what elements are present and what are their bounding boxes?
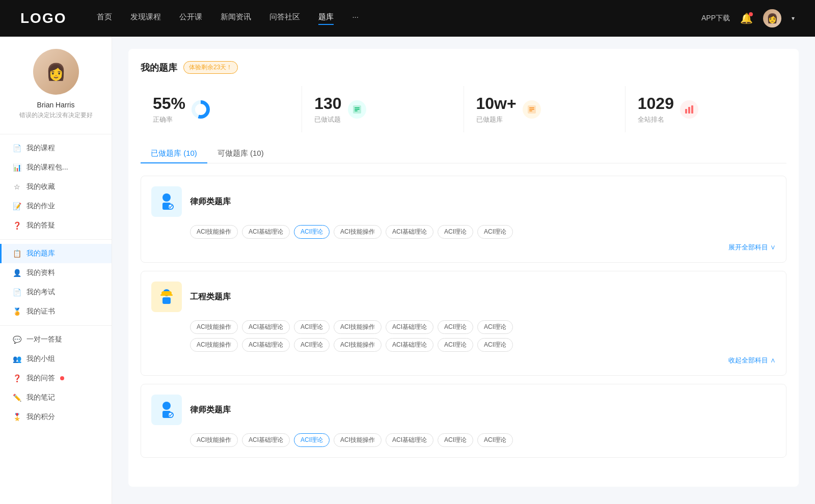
one-on-one-icon: 💬 [12, 335, 21, 344]
sidebar-label-my-exam: 我的考试 [26, 288, 55, 297]
sidebar-item-my-points[interactable]: 🎖️ 我的积分 [0, 407, 112, 427]
bank-tag[interactable]: ACI基础理论 [242, 225, 290, 239]
sidebar-item-my-bank[interactable]: 📋 我的题库 [0, 244, 112, 263]
sidebar-label-my-questions: 我的答疑 [26, 221, 55, 230]
svg-rect-8 [685, 109, 687, 114]
bank-tag[interactable]: ACI基础理论 [242, 433, 290, 447]
bank-title-engineer: 工程类题库 [190, 292, 231, 302]
bank-tag[interactable]: ACI理论 [477, 225, 513, 239]
stat-site-rank-value: 1029 [638, 94, 674, 113]
sidebar-label-one-on-one: 一对一答疑 [26, 335, 62, 344]
bank-tags-engineer-row2: ACI技能操作 ACI基础理论 ACI理论 ACI技能操作 ACI基础理论 AC… [151, 338, 776, 352]
bank-tag[interactable]: ACI技能操作 [190, 338, 238, 352]
bank-expand-engineer[interactable]: 收起全部科目 ∧ [151, 356, 776, 365]
sidebar-label-my-notes: 我的笔记 [26, 393, 55, 402]
sidebar-item-my-profile[interactable]: 👤 我的资料 [0, 263, 112, 283]
bank-tag[interactable]: ACI技能操作 [334, 433, 382, 447]
sidebar-label-my-group: 我的小组 [26, 354, 55, 363]
trial-badge: 体验剩余23天！ [183, 61, 238, 74]
bank-tag[interactable]: ACI技能操作 [334, 320, 382, 334]
nav-links: 首页 发现课程 公开课 新闻资讯 问答社区 题库 ··· [97, 12, 701, 25]
bank-tag[interactable]: ACI技能操作 [334, 225, 382, 239]
sidebar-label-my-answers: 我的问答 [26, 374, 55, 383]
bank-tag[interactable]: ACI基础理论 [242, 338, 290, 352]
sidebar-label-my-bank: 我的题库 [26, 249, 55, 258]
bank-tags-lawyer-1: ACI技能操作 ACI基础理论 ACI理论 ACI技能操作 ACI基础理论 AC… [151, 225, 776, 239]
sidebar-item-my-favorites[interactable]: ☆ 我的收藏 [0, 177, 112, 197]
notification-bell[interactable]: 🔔 [740, 12, 753, 24]
bank-expand-lawyer-1[interactable]: 展开全部科目 ∨ [151, 243, 776, 252]
sidebar-item-my-questions[interactable]: ❓ 我的答疑 [0, 216, 112, 235]
nav-qa[interactable]: 问答社区 [269, 12, 300, 25]
nav-discover[interactable]: 发现课程 [130, 12, 161, 25]
stat-accuracy-text: 55% 正确率 [153, 94, 185, 124]
bank-tag[interactable]: ACI理论 [294, 320, 330, 334]
svg-point-11 [162, 193, 171, 202]
sidebar-divider-3 [0, 325, 112, 326]
bank-tag[interactable]: ACI基础理论 [386, 433, 433, 447]
bank-tag[interactable]: ACI基础理论 [242, 320, 290, 334]
stat-accuracy-value: 55% [153, 94, 185, 113]
nav-bank[interactable]: 题库 [318, 12, 334, 25]
svg-rect-2 [355, 109, 360, 110]
bank-tag[interactable]: ACI理论 [438, 433, 473, 447]
sidebar-item-my-package[interactable]: 📊 我的课程包... [0, 158, 112, 177]
sidebar-item-my-notes[interactable]: ✏️ 我的笔记 [0, 388, 112, 407]
bank-title-lawyer-1: 律师类题库 [190, 197, 231, 207]
bank-tag[interactable]: ACI技能操作 [190, 320, 238, 334]
bank-tags-engineer-row1: ACI技能操作 ACI基础理论 ACI理论 ACI技能操作 ACI基础理论 AC… [151, 320, 776, 334]
nav-news[interactable]: 新闻资讯 [221, 12, 251, 25]
answers-dot [60, 376, 64, 380]
sidebar-item-my-certificate[interactable]: 🏅 我的证书 [0, 302, 112, 321]
bank-tag[interactable]: ACI理论 [438, 320, 473, 334]
bank-tag-active[interactable]: ACI理论 [294, 433, 330, 447]
user-avatar[interactable]: 👩 [763, 9, 781, 27]
nav-open-course[interactable]: 公开课 [179, 12, 202, 25]
sidebar-item-my-course[interactable]: 📄 我的课程 [0, 138, 112, 158]
exam-icon: 📄 [12, 288, 21, 296]
svg-rect-10 [691, 105, 693, 114]
tab-available[interactable]: 可做题库 (10) [207, 145, 274, 163]
stat-site-rank-text: 1029 全站排名 [638, 94, 674, 124]
bank-tag[interactable]: ACI理论 [477, 320, 513, 334]
sidebar-item-my-group[interactable]: 👥 我的小组 [0, 349, 112, 369]
user-menu-caret[interactable]: ▾ [792, 15, 795, 22]
site-rank-icon [680, 100, 698, 119]
nav-more[interactable]: ··· [352, 12, 359, 25]
bank-tag[interactable]: ACI技能操作 [334, 338, 382, 352]
sidebar-label-my-homework: 我的作业 [26, 202, 55, 211]
bank-tag[interactable]: ACI技能操作 [190, 225, 238, 239]
svg-point-19 [162, 402, 171, 410]
sidebar-item-my-exam[interactable]: 📄 我的考试 [0, 283, 112, 302]
bank-tag[interactable]: ACI基础理论 [386, 338, 433, 352]
svg-rect-18 [160, 294, 173, 296]
sidebar-label-my-profile: 我的资料 [26, 268, 55, 277]
bank-card-header-lawyer-2: 律师类题库 [151, 395, 776, 425]
sidebar-item-one-on-one[interactable]: 💬 一对一答疑 [0, 330, 112, 349]
bank-tag[interactable]: ACI理论 [294, 338, 330, 352]
bank-tag[interactable]: ACI基础理论 [386, 225, 433, 239]
bank-card-icon-engineer [151, 282, 182, 312]
bank-tag[interactable]: ACI理论 [438, 225, 473, 239]
svg-rect-16 [162, 297, 171, 304]
bank-tag[interactable]: ACI理论 [438, 338, 473, 352]
bank-tag[interactable]: ACI技能操作 [190, 433, 238, 447]
bank-tag[interactable]: ACI理论 [477, 338, 513, 352]
nav-home[interactable]: 首页 [97, 12, 112, 25]
bank-tag[interactable]: ACI理论 [477, 433, 513, 447]
sidebar-divider-1 [0, 134, 112, 134]
bank-icon: 📋 [12, 249, 21, 258]
svg-rect-6 [529, 109, 534, 110]
bank-tag[interactable]: ACI基础理论 [386, 320, 433, 334]
tabs-row: 已做题库 (10) 可做题库 (10) [141, 145, 786, 163]
stat-done-questions-value: 130 [314, 94, 341, 113]
svg-rect-9 [688, 107, 690, 114]
svg-rect-3 [355, 110, 358, 111]
sidebar-item-my-homework[interactable]: 📝 我的作业 [0, 197, 112, 216]
tab-done[interactable]: 已做题库 (10) [141, 145, 207, 163]
bank-tag-active[interactable]: ACI理论 [294, 225, 330, 239]
bank-card-header-lawyer-1: 律师类题库 [151, 186, 776, 217]
app-download[interactable]: APP下载 [701, 14, 730, 23]
stat-done-banks-label: 已做题库 [476, 115, 517, 124]
sidebar-item-my-answers[interactable]: ❓ 我的问答 [0, 369, 112, 388]
